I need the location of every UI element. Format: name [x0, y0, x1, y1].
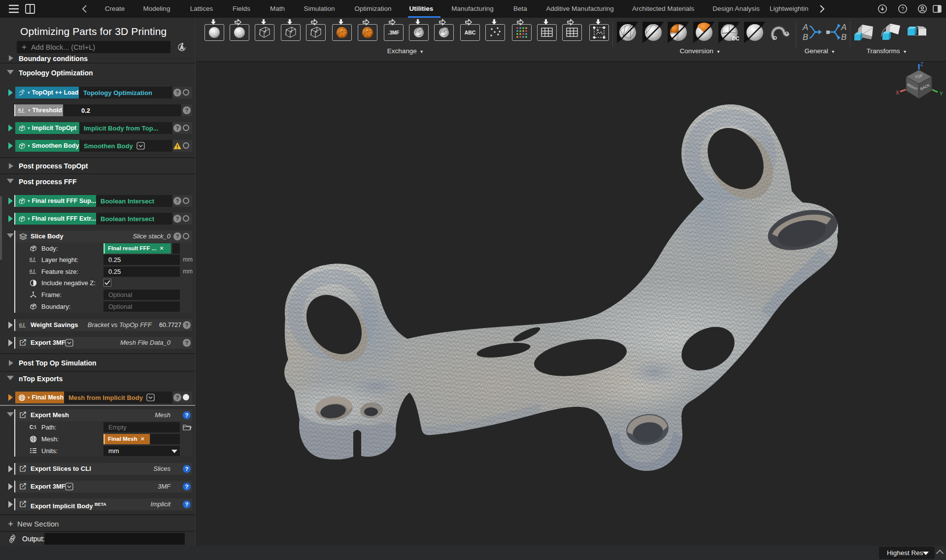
svg-text:.3MF: .3MF — [388, 30, 400, 35]
svg-text:Z: Z — [920, 62, 923, 67]
svg-text:?: ? — [901, 6, 904, 12]
svg-text:0.1: 0.1 — [30, 257, 35, 262]
svg-text:0.1: 0.1 — [18, 107, 24, 112]
svg-text:A: A — [802, 23, 808, 32]
svg-text:0.1: 0.1 — [30, 268, 35, 273]
svg-text:C:\: C:\ — [30, 425, 36, 430]
svg-text:A: A — [180, 45, 183, 50]
svg-text:A: A — [841, 23, 846, 32]
svg-text:0.1: 0.1 — [19, 322, 25, 327]
svg-text:B: B — [841, 33, 846, 42]
svg-text:B: B — [803, 33, 808, 42]
svg-text:DC: DC — [732, 36, 739, 41]
svg-text:Y: Y — [940, 91, 943, 97]
svg-text:ABC: ABC — [465, 30, 476, 35]
svg-text:X: X — [896, 90, 899, 96]
